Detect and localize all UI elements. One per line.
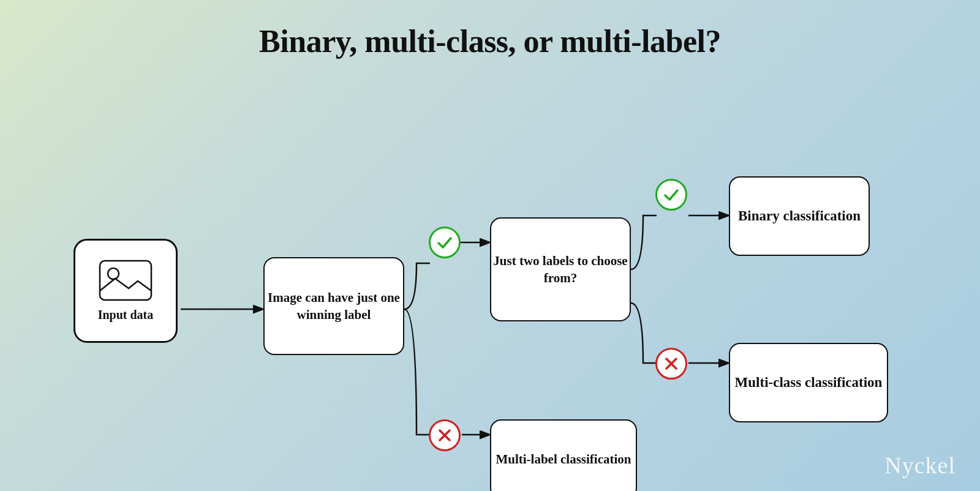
input-data-box: Input data: [74, 239, 178, 343]
one-label-text: Image can have just one winning label: [265, 289, 403, 324]
x-circle-1: [655, 348, 687, 380]
multilabel-text: Multi-label classification: [496, 451, 631, 468]
binary-box: Binary classification: [729, 176, 870, 256]
x-circle-2: [429, 419, 461, 451]
svg-rect-6: [100, 261, 151, 300]
input-data-label: Input data: [98, 307, 154, 323]
multiclass-text: Multi-class classification: [735, 373, 883, 392]
diagram: Input data Image can have just one winni…: [37, 86, 943, 467]
multilabel-box: Multi-label classification: [490, 419, 637, 491]
multiclass-box: Multi-class classification: [729, 343, 888, 422]
check-circle-2: [655, 179, 687, 211]
two-labels-text: Just two labels to choose from?: [491, 252, 630, 287]
image-icon: [98, 259, 153, 302]
brand-logo: Nyckel: [884, 452, 956, 479]
two-labels-box: Just two labels to choose from?: [490, 217, 631, 321]
page-title: Binary, multi-class, or multi-label?: [0, 0, 980, 59]
one-label-box: Image can have just one winning label: [263, 257, 404, 355]
check-circle-1: [429, 227, 461, 258]
binary-text: Binary classification: [738, 206, 861, 225]
